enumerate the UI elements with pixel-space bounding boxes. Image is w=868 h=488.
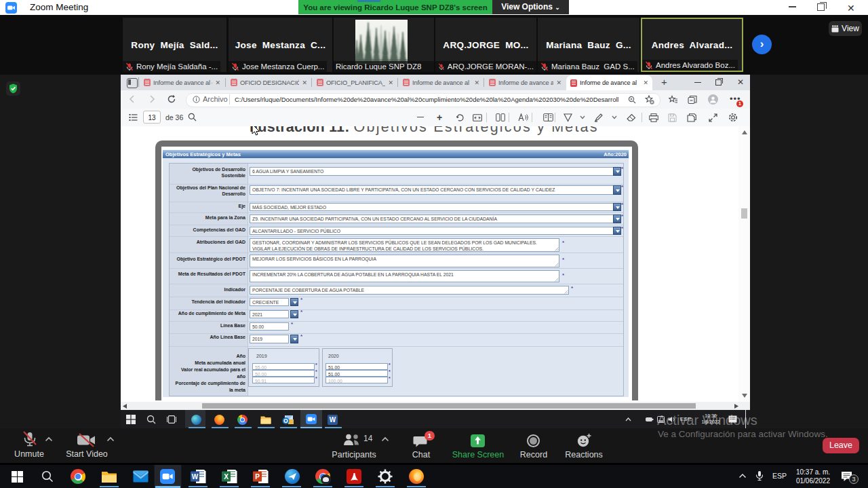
svg-text:P: P [255,473,260,481]
svg-text:W: W [192,473,199,481]
svg-text:X: X [224,473,229,481]
